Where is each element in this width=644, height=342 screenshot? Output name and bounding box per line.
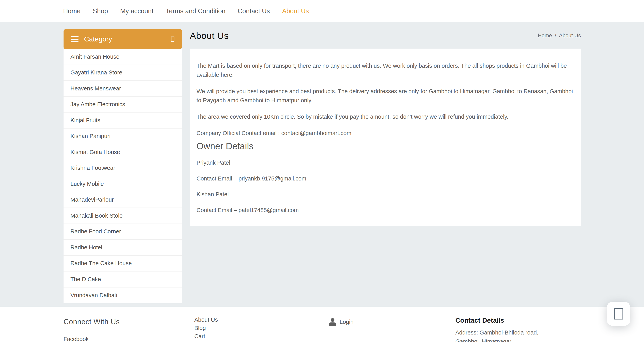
category-item-kismat-gota-house[interactable]: Kismat Gota House xyxy=(64,144,182,160)
floating-widget-button[interactable] xyxy=(607,302,630,326)
footer: Connect With Us Facebook About Us Blog C… xyxy=(0,307,644,342)
footer-address-line2: Gambhoi, Himatnagar xyxy=(456,339,538,342)
nav-shop[interactable]: Shop xyxy=(93,8,108,14)
category-item-gayatri-kirana-store[interactable]: Gayatri Kirana Store xyxy=(64,65,182,81)
footer-login-column: Login xyxy=(328,318,354,326)
footer-connect-heading: Connect With Us xyxy=(64,318,120,326)
footer-connect-column: Connect With Us Facebook xyxy=(64,318,120,342)
about-card: The Mart is based on only for transport,… xyxy=(190,49,581,226)
footer-cart-link[interactable]: Cart xyxy=(194,333,218,339)
category-item-kishan-panipuri[interactable]: Kishan Panipuri xyxy=(64,129,182,145)
category-title: Category xyxy=(84,35,112,43)
about-paragraph-1: The Mart is based on only for transport,… xyxy=(196,61,574,79)
category-item-radhe-food-corner[interactable]: Radhe Food Corner xyxy=(64,224,182,240)
category-item-radhe-hotel[interactable]: Radhe Hotel xyxy=(64,240,182,256)
footer-login-label: Login xyxy=(340,319,354,325)
category-item-jay-ambe-electronics[interactable]: Jay Ambe Electronics xyxy=(64,97,182,113)
category-item-mahakali-book-stole[interactable]: Mahakali Book Stole xyxy=(64,208,182,224)
category-list: Amit Farsan House Gayatri Kirana Store H… xyxy=(64,49,182,303)
breadcrumb-separator: / xyxy=(554,33,556,39)
footer-contact-column: Contact Details Address: Gambhoi-Bhiloda… xyxy=(456,316,538,342)
nav-my-account[interactable]: My account xyxy=(120,8,154,14)
footer-facebook-link[interactable]: Facebook xyxy=(64,336,120,342)
nav-about-us[interactable]: About Us xyxy=(282,8,309,14)
category-item-heavens-menswear[interactable]: Heavens Menswear xyxy=(64,81,182,97)
category-item-mahadeviparlour[interactable]: MahadeviParlour xyxy=(64,192,182,208)
main-menu: Home Shop My account Terms and Condition… xyxy=(63,8,309,14)
top-navigation-bar: Home Shop My account Terms and Condition… xyxy=(0,0,644,22)
category-item-krishna-footwear[interactable]: Krishna Footwear xyxy=(64,160,182,176)
title-row: About Us Home / About Us xyxy=(190,29,581,42)
floating-widget-icon xyxy=(614,308,623,319)
category-toggle-icon xyxy=(171,37,174,42)
category-item-the-d-cake[interactable]: The D Cake xyxy=(64,271,182,287)
owner-details-heading: Owner Details xyxy=(196,141,574,151)
footer-about-us-link[interactable]: About Us xyxy=(194,317,218,323)
breadcrumb-current: About Us xyxy=(559,33,581,39)
category-header[interactable]: Category xyxy=(64,29,182,49)
nav-contact-us[interactable]: Contact Us xyxy=(238,8,270,14)
page-title: About Us xyxy=(190,30,229,41)
about-paragraph-3: The area we covered only 10Km circle. So… xyxy=(196,112,574,121)
category-item-radhe-the-cake-house[interactable]: Radhe The Cake House xyxy=(64,256,182,272)
owner-name-1: Priyank Patel xyxy=(196,158,574,167)
footer-contact-heading: Contact Details xyxy=(456,316,538,324)
owner-name-2: Kishan Patel xyxy=(196,190,574,199)
category-item-lucky-mobile[interactable]: Lucky Mobile xyxy=(64,176,182,192)
about-paragraph-2: We will provide you best experience and … xyxy=(196,87,574,105)
footer-login-link[interactable]: Login xyxy=(328,318,354,326)
category-item-vrundavan-dalbati[interactable]: Vrundavan Dalbati xyxy=(64,287,182,303)
category-item-kinjal-fruits[interactable]: Kinjal Fruits xyxy=(64,113,182,129)
person-icon xyxy=(328,318,336,326)
company-contact-email: Company Official Contact email : contact… xyxy=(196,129,574,138)
main-content: About Us Home / About Us The Mart is bas… xyxy=(190,29,581,226)
owner-email-1: Contact Email – priyankb.9175@gmail.com xyxy=(196,174,574,183)
breadcrumb: Home / About Us xyxy=(538,33,581,39)
owner-email-2: Contact Email – patel17485@gmail.com xyxy=(196,206,574,215)
footer-blog-link[interactable]: Blog xyxy=(194,325,218,331)
category-item-amit-farsan-house[interactable]: Amit Farsan House xyxy=(64,49,182,65)
nav-terms-and-condition[interactable]: Terms and Condition xyxy=(166,8,226,14)
footer-links-column: About Us Blog Cart xyxy=(194,317,218,339)
footer-address-line1: Address: Gambhoi-Bhiloda road, xyxy=(456,330,538,335)
category-sidebar: Category Amit Farsan House Gayatri Kiran… xyxy=(64,29,182,303)
nav-home[interactable]: Home xyxy=(63,8,80,14)
breadcrumb-home-link[interactable]: Home xyxy=(538,33,552,39)
hamburger-icon xyxy=(71,36,78,42)
